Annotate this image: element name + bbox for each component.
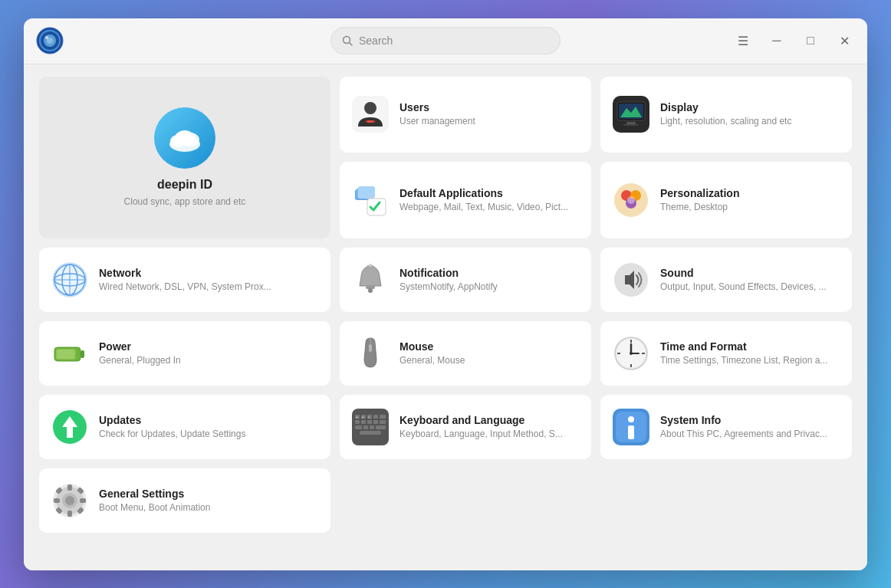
users-subtitle: User management xyxy=(399,116,475,128)
display-subtitle: Light, resolution, scaling and etc xyxy=(660,116,791,128)
svg-point-57 xyxy=(630,352,633,355)
svg-text:B: B xyxy=(362,416,364,419)
svg-rect-65 xyxy=(380,415,386,419)
svg-point-4 xyxy=(45,36,48,39)
deepin-id-title: deepin ID xyxy=(124,178,246,192)
notification-card[interactable]: Notification SystemNotify, AppNotify xyxy=(340,248,591,312)
deepin-id-card[interactable]: deepin ID Cloud sync, app store and etc xyxy=(39,77,330,239)
svg-rect-72 xyxy=(363,425,368,429)
minimize-button[interactable]: ─ xyxy=(766,30,787,51)
personalization-card[interactable]: Personalization Theme, Desktop xyxy=(600,162,852,238)
default-apps-title: Default Applications xyxy=(399,187,568,199)
users-card[interactable]: Users User management xyxy=(340,77,591,153)
window-controls: ☰ ─ □ ✕ xyxy=(732,30,855,51)
time-icon xyxy=(613,335,649,372)
network-subtitle: Wired Network, DSL, VPN, System Prox... xyxy=(99,281,271,294)
system-info-title: System Info xyxy=(660,414,827,426)
default-applications-card[interactable]: Default Applications Webpage, Mail, Text… xyxy=(340,162,591,238)
svg-rect-67 xyxy=(361,420,366,424)
display-title: Display xyxy=(660,101,791,113)
svg-rect-66 xyxy=(355,420,360,424)
svg-line-6 xyxy=(350,43,353,46)
svg-rect-68 xyxy=(367,420,372,424)
system-info-icon xyxy=(613,409,649,445)
titlebar: Search ☰ ─ □ ✕ xyxy=(24,18,867,64)
maximize-button[interactable]: □ xyxy=(800,30,821,51)
users-text: Users User management xyxy=(399,101,475,128)
mouse-card[interactable]: Mouse General, Mouse xyxy=(340,321,591,386)
time-subtitle: Time Settings, Timezone List, Region a..… xyxy=(660,355,827,367)
general-settings-text: General Settings Boot Menu, Boot Animati… xyxy=(99,488,210,514)
power-card[interactable]: Power General, Plugged In xyxy=(39,321,330,386)
system-info-card[interactable]: System Info About This PC, Agreements an… xyxy=(600,395,852,459)
system-info-subtitle: About This PC, Agreements and Privac... xyxy=(660,429,827,441)
general-settings-icon xyxy=(51,482,88,519)
svg-rect-69 xyxy=(373,420,378,424)
notification-icon xyxy=(352,261,389,298)
sound-card[interactable]: Sound Output, Input, Sound Effects, Devi… xyxy=(600,248,852,312)
system-info-text: System Info About This PC, Agreements an… xyxy=(660,414,827,441)
deepin-id-text: deepin ID Cloud sync, app store and etc xyxy=(124,178,246,209)
display-icon xyxy=(613,96,649,133)
updates-card[interactable]: Updates Check for Updates, Update Settin… xyxy=(39,395,330,459)
sound-title: Sound xyxy=(660,267,827,279)
svg-text:C: C xyxy=(368,416,370,419)
general-settings-card[interactable]: General Settings Boot Menu, Boot Animati… xyxy=(39,468,330,533)
menu-button[interactable]: ☰ xyxy=(732,30,754,51)
users-icon xyxy=(352,96,389,133)
search-placeholder: Search xyxy=(359,34,393,47)
keyboard-subtitle: Keyboard, Language, Input Method, S... xyxy=(399,429,563,441)
updates-subtitle: Check for Updates, Update Settings xyxy=(99,429,245,441)
svg-rect-73 xyxy=(370,425,374,429)
power-subtitle: General, Plugged In xyxy=(99,355,181,367)
display-card[interactable]: Display Light, resolution, scaling and e… xyxy=(600,77,852,153)
time-and-format-card[interactable]: Time and Format Time Settings, Timezone … xyxy=(600,321,852,386)
settings-content: deepin ID Cloud sync, app store and etc xyxy=(24,64,867,570)
svg-rect-85 xyxy=(67,485,72,491)
svg-point-81 xyxy=(628,416,634,422)
search-bar[interactable]: Search xyxy=(330,27,561,54)
svg-rect-86 xyxy=(67,511,72,517)
power-text: Power General, Plugged In xyxy=(99,340,181,367)
search-icon xyxy=(342,35,353,46)
mouse-text: Mouse General, Mouse xyxy=(399,340,465,367)
svg-rect-82 xyxy=(628,425,634,439)
close-button[interactable]: ✕ xyxy=(833,30,855,51)
svg-point-12 xyxy=(364,102,376,114)
svg-rect-44 xyxy=(81,350,84,358)
svg-rect-64 xyxy=(373,415,378,419)
svg-rect-74 xyxy=(376,425,386,429)
time-text: Time and Format Time Settings, Timezone … xyxy=(660,340,827,367)
svg-rect-13 xyxy=(367,120,373,123)
personalization-subtitle: Theme, Desktop xyxy=(660,202,739,214)
svg-rect-70 xyxy=(380,420,386,424)
notification-text: Notification SystemNotify, AppNotify xyxy=(399,267,498,294)
svg-rect-24 xyxy=(358,186,375,199)
sound-text: Sound Output, Input, Sound Effects, Devi… xyxy=(660,267,827,294)
users-title: Users xyxy=(399,101,475,113)
network-card[interactable]: Network Wired Network, DSL, VPN, System … xyxy=(39,248,330,312)
settings-grid: deepin ID Cloud sync, app store and etc xyxy=(39,77,852,534)
svg-rect-75 xyxy=(360,431,381,435)
power-title: Power xyxy=(99,340,181,353)
keyboard-icon: A B C xyxy=(352,409,389,445)
notification-title: Notification xyxy=(399,267,498,279)
deepin-id-icon xyxy=(154,107,215,169)
svg-rect-71 xyxy=(355,425,362,429)
svg-rect-46 xyxy=(57,350,74,359)
updates-title: Updates xyxy=(99,414,245,426)
network-icon xyxy=(51,261,88,298)
app-logo xyxy=(36,27,64,54)
time-title: Time and Format xyxy=(660,340,827,353)
updates-icon xyxy=(51,409,88,445)
general-settings-subtitle: Boot Menu, Boot Animation xyxy=(99,502,210,514)
display-text: Display Light, resolution, scaling and e… xyxy=(660,101,791,128)
network-text: Network Wired Network, DSL, VPN, System … xyxy=(99,267,271,294)
default-apps-icon xyxy=(352,182,389,218)
svg-rect-21 xyxy=(623,124,639,126)
personalization-title: Personalization xyxy=(660,187,739,199)
svg-point-10 xyxy=(175,130,195,146)
svg-rect-20 xyxy=(626,122,636,124)
keyboard-card[interactable]: A B C Keyboard and Language Keyboard, La… xyxy=(340,395,591,459)
keyboard-text: Keyboard and Language Keyboard, Language… xyxy=(399,414,563,441)
